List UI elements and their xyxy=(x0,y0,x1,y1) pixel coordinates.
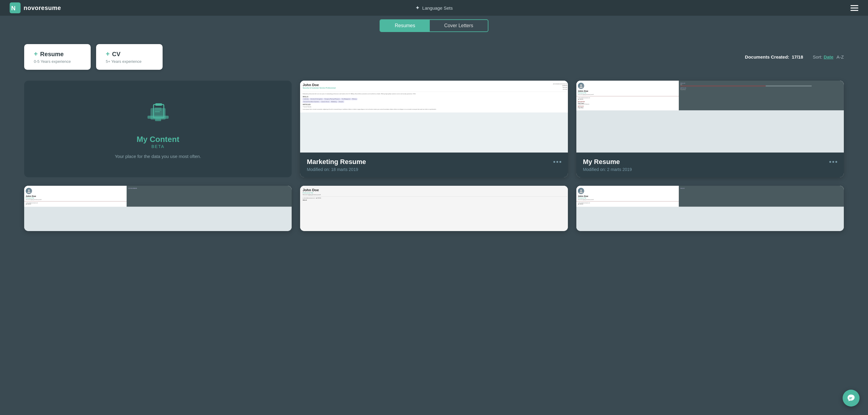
marketing-resume-date: Modified on: 18 marts 2019 xyxy=(307,167,561,172)
chat-icon xyxy=(847,394,855,402)
bottom-card-1-preview: John Doe Professional Title Short and en… xyxy=(24,186,292,231)
bottom-card-2[interactable]: John Doe Professional Title Short and en… xyxy=(300,186,567,231)
marketing-resume-name: Marketing Resume xyxy=(307,158,366,166)
tab-resumes[interactable]: Resumes xyxy=(380,20,430,31)
my-content-description: Your place for the data you use most oft… xyxy=(115,154,201,159)
create-buttons: + Resume 0-5 Years experience + CV 5+ Ye… xyxy=(24,44,163,70)
my-resume-inner: John Doe Professional Title Short and en… xyxy=(576,81,844,110)
tabs-bar: Resumes Cover Letters xyxy=(0,16,868,36)
language-sets-label[interactable]: ✦ Language Sets xyxy=(415,4,453,11)
top-right: Documents Created: 17/18 Sort: Date A-Z xyxy=(745,54,844,60)
my-content-title: My Content xyxy=(136,135,180,144)
avatar-1 xyxy=(26,188,32,194)
logo-text: novoresume xyxy=(24,4,61,11)
tabs-container: Resumes Cover Letters xyxy=(380,19,488,32)
content-folder-icon xyxy=(145,99,172,126)
my-resume-menu[interactable] xyxy=(829,161,837,163)
svg-point-13 xyxy=(28,191,31,193)
create-cv-sub: 5+ Years experience xyxy=(106,59,153,64)
sort-az-button[interactable]: A-Z xyxy=(837,54,844,60)
novoresume-logo-icon: N xyxy=(10,2,21,13)
create-resume-sub: 0-5 Years experience xyxy=(34,59,81,64)
tab-cover-letters[interactable]: Cover Letters xyxy=(430,20,488,31)
svg-point-10 xyxy=(580,84,582,86)
language-icon: ✦ xyxy=(415,4,420,11)
cards-grid-row2: John Doe Professional Title Short and en… xyxy=(24,186,844,231)
my-resume-card[interactable]: John Doe Professional Title Short and en… xyxy=(576,81,844,177)
bottom-card-3[interactable]: John Doe Professional Title Short and en… xyxy=(576,186,844,231)
svg-rect-6 xyxy=(155,103,162,106)
marketing-resume-menu[interactable] xyxy=(553,161,561,163)
create-resume-card[interactable]: + Resume 0-5 Years experience xyxy=(24,44,91,70)
svg-text:N: N xyxy=(11,5,16,11)
sort-section: Sort: Date A-Z xyxy=(813,54,844,60)
svg-point-15 xyxy=(579,191,582,193)
my-content-icon xyxy=(145,99,172,127)
my-resume-footer: My Resume Modified on: 2 marts 2019 xyxy=(576,153,844,177)
header: N novoresume ✦ Language Sets xyxy=(0,0,868,16)
my-resume-date: Modified on: 2 marts 2019 xyxy=(583,167,837,172)
main-content: + Resume 0-5 Years experience + CV 5+ Ye… xyxy=(0,36,868,240)
marketing-resume-inner: John Doe Security & Customer Service Pro… xyxy=(300,81,567,113)
plus-icon-cv: + xyxy=(106,50,110,58)
create-resume-title: + Resume xyxy=(34,50,81,58)
my-resume-preview: John Doe Professional Title Short and en… xyxy=(576,81,844,153)
plus-icon-resume: + xyxy=(34,50,38,58)
documents-created: Documents Created: 17/18 xyxy=(745,54,803,60)
bottom-card-3-preview: John Doe Professional Title Short and en… xyxy=(576,186,844,231)
sort-date-button[interactable]: Date xyxy=(824,54,834,60)
cards-grid-row1: My Content BETA Your place for the data … xyxy=(24,81,844,177)
hamburger-menu[interactable] xyxy=(850,5,858,11)
svg-point-14 xyxy=(580,189,582,191)
marketing-resume-card[interactable]: John Doe Security & Customer Service Pro… xyxy=(300,81,567,177)
my-content-card[interactable]: My Content BETA Your place for the data … xyxy=(24,81,292,177)
top-row: + Resume 0-5 Years experience + CV 5+ Ye… xyxy=(24,44,844,70)
marketing-resume-footer: Marketing Resume Modified on: 18 marts 2… xyxy=(300,153,567,177)
logo[interactable]: N novoresume xyxy=(10,2,61,13)
my-content-beta: BETA xyxy=(151,144,165,149)
create-cv-card[interactable]: + CV 5+ Years experience xyxy=(96,44,163,70)
bottom-card-2-preview: John Doe Professional Title Short and en… xyxy=(300,186,567,231)
svg-point-12 xyxy=(28,189,30,191)
svg-point-11 xyxy=(579,86,582,88)
bottom-card-1[interactable]: John Doe Professional Title Short and en… xyxy=(24,186,292,231)
create-cv-title: + CV xyxy=(106,50,153,58)
marketing-resume-preview: John Doe Security & Customer Service Pro… xyxy=(300,81,567,153)
chat-button[interactable] xyxy=(843,390,860,407)
avatar-3 xyxy=(578,188,584,194)
avatar xyxy=(578,83,584,89)
my-resume-name: My Resume xyxy=(583,158,620,166)
